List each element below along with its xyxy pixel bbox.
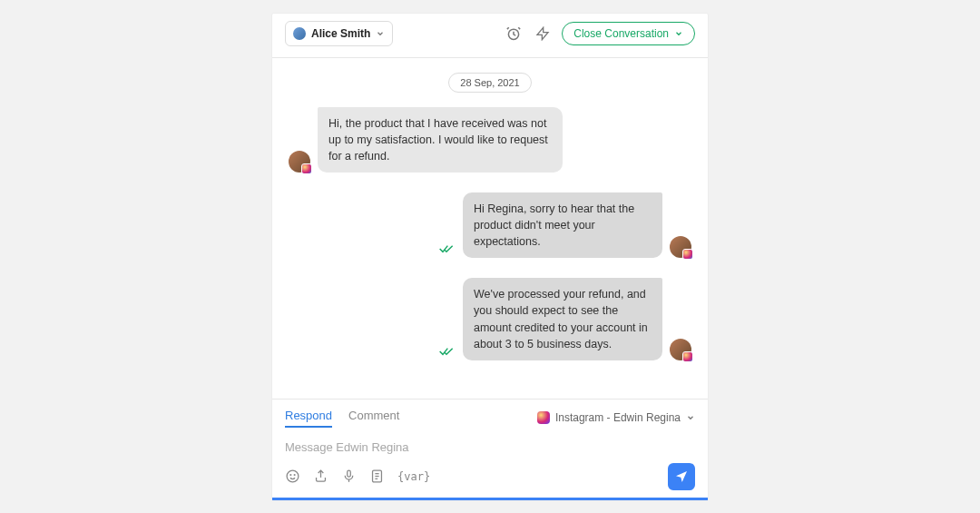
composer-tabs: Respond Comment <box>285 409 399 428</box>
read-receipt-icon <box>439 242 454 258</box>
agent-avatar <box>670 339 691 360</box>
close-conversation-label: Close Conversation <box>573 27 669 40</box>
message-bubble: Hi Regina, sorry to hear that the produc… <box>463 192 662 258</box>
close-conversation-button[interactable]: Close Conversation <box>562 22 695 45</box>
microphone-icon[interactable] <box>341 469 357 484</box>
date-separator: 28 Sep, 2021 <box>448 73 531 93</box>
message-input[interactable] <box>285 435 695 463</box>
svg-point-4 <box>287 470 299 482</box>
snooze-button[interactable] <box>504 24 524 44</box>
composer-tools: {var} <box>285 469 430 484</box>
chat-header: Alice Smith Close Conversation <box>272 14 708 58</box>
assignee-selector[interactable]: Alice Smith <box>285 21 393 46</box>
chat-window: Alice Smith Close Conversation 28 Sep, 2… <box>272 14 708 500</box>
assignee-name: Alice Smith <box>311 27 370 40</box>
tab-respond[interactable]: Respond <box>285 409 332 428</box>
upload-icon[interactable] <box>313 469 328 484</box>
svg-line-2 <box>519 27 521 29</box>
emoji-icon[interactable] <box>285 469 300 484</box>
channel-selector[interactable]: Instagram - Edwin Regina <box>537 411 695 424</box>
header-actions: Close Conversation <box>504 22 695 45</box>
svg-line-1 <box>507 27 509 29</box>
tab-comment[interactable]: Comment <box>348 409 399 428</box>
composer: Respond Comment Instagram - Edwin Regina <box>272 399 708 500</box>
svg-point-6 <box>294 475 295 476</box>
channel-label: Instagram - Edwin Regina <box>555 411 681 424</box>
svg-marker-3 <box>537 27 548 39</box>
svg-point-5 <box>290 475 291 476</box>
chat-body[interactable]: 28 Sep, 2021 Hi, the product that I have… <box>272 58 708 399</box>
assignee-avatar-icon <box>293 27 306 40</box>
contact-avatar <box>289 151 310 173</box>
snippet-icon[interactable] <box>369 469 385 484</box>
instagram-icon <box>537 411 550 424</box>
message-row: We've processed your refund, and you sho… <box>289 278 691 360</box>
composer-top: Respond Comment Instagram - Edwin Regina <box>285 409 695 428</box>
message-row: Hi, the product that I have received was… <box>289 107 691 173</box>
message-bubble: Hi, the product that I have received was… <box>318 107 563 173</box>
message-bubble: We've processed your refund, and you sho… <box>463 278 662 360</box>
variable-icon[interactable]: {var} <box>397 469 430 484</box>
svg-rect-7 <box>348 470 351 477</box>
automation-button[interactable] <box>533 24 553 44</box>
agent-avatar <box>670 236 691 258</box>
read-receipt-icon <box>439 344 454 360</box>
chevron-down-icon <box>686 413 695 422</box>
send-button[interactable] <box>668 463 695 490</box>
chevron-down-icon <box>376 25 385 42</box>
send-icon <box>674 469 689 484</box>
chevron-down-icon <box>674 29 683 38</box>
composer-bottom: {var} <box>285 463 695 490</box>
message-row: Hi Regina, sorry to hear that the produc… <box>289 192 691 258</box>
